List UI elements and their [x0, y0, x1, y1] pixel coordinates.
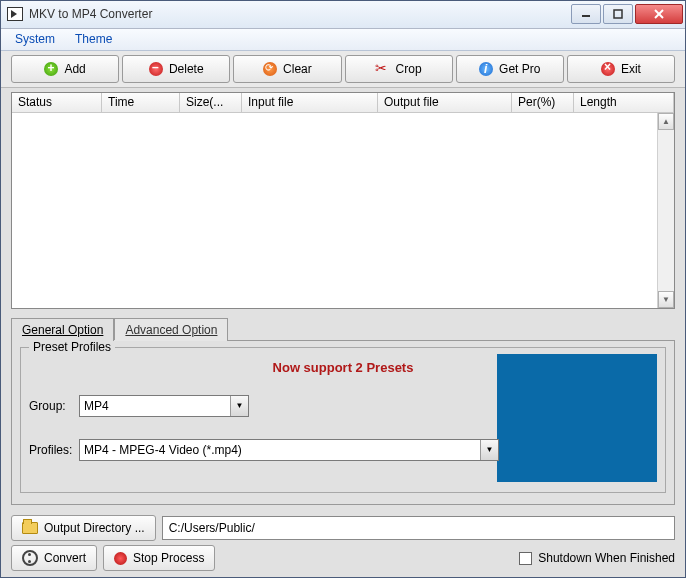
col-length[interactable]: Length	[574, 93, 674, 112]
scrollbar[interactable]: ▲ ▼	[657, 113, 674, 308]
crop-button[interactable]: Crop	[345, 55, 453, 83]
getpro-button[interactable]: Get Pro	[456, 55, 564, 83]
stop-label: Stop Process	[133, 551, 204, 565]
exit-label: Exit	[621, 62, 641, 76]
scroll-down[interactable]: ▼	[658, 291, 674, 308]
stop-icon	[114, 552, 127, 565]
titlebar[interactable]: MKV to MP4 Converter	[1, 1, 685, 29]
delete-label: Delete	[169, 62, 204, 76]
list-header: Status Time Size(... Input file Output f…	[12, 93, 674, 113]
crop-label: Crop	[396, 62, 422, 76]
plus-icon	[44, 62, 58, 76]
convert-button[interactable]: Convert	[11, 545, 97, 571]
svg-rect-1	[614, 10, 622, 18]
menu-system[interactable]: System	[5, 30, 65, 48]
output-path-input[interactable]: C:/Users/Public/	[162, 516, 675, 540]
col-size[interactable]: Size(...	[180, 93, 242, 112]
output-path-value: C:/Users/Public/	[169, 521, 255, 535]
profiles-select[interactable]: MP4 - MPEG-4 Video (*.mp4) ▼	[79, 439, 499, 461]
app-icon	[7, 7, 23, 21]
preview-pane	[497, 354, 657, 482]
group-value: MP4	[84, 399, 109, 413]
profiles-label: Profiles:	[29, 443, 79, 457]
col-output[interactable]: Output file	[378, 93, 512, 112]
minimize-button[interactable]	[571, 4, 601, 24]
delete-button[interactable]: Delete	[122, 55, 230, 83]
getpro-label: Get Pro	[499, 62, 540, 76]
convert-label: Convert	[44, 551, 86, 565]
tab-panel: Preset Profiles Now support 2 Presets Gr…	[11, 340, 675, 505]
folder-icon	[22, 522, 38, 534]
scroll-up[interactable]: ▲	[658, 113, 674, 130]
chevron-down-icon: ▼	[230, 396, 248, 416]
group-label: Group:	[29, 399, 79, 413]
col-per[interactable]: Per(%)	[512, 93, 574, 112]
preset-legend: Preset Profiles	[29, 340, 115, 354]
app-window: MKV to MP4 Converter System Theme Add De…	[0, 0, 686, 578]
col-status[interactable]: Status	[12, 93, 102, 112]
group-select[interactable]: MP4 ▼	[79, 395, 249, 417]
close-button[interactable]	[635, 4, 683, 24]
film-reel-icon	[22, 550, 38, 566]
stop-button[interactable]: Stop Process	[103, 545, 215, 571]
tab-general[interactable]: General Option	[11, 318, 114, 341]
menubar: System Theme	[1, 29, 685, 51]
col-time[interactable]: Time	[102, 93, 180, 112]
profiles-value: MP4 - MPEG-4 Video (*.mp4)	[84, 443, 242, 457]
footer: Convert Stop Process Shutdown When Finis…	[11, 545, 675, 571]
refresh-icon	[263, 62, 277, 76]
add-label: Add	[64, 62, 85, 76]
add-button[interactable]: Add	[11, 55, 119, 83]
file-list[interactable]: Status Time Size(... Input file Output f…	[11, 92, 675, 309]
shutdown-label: Shutdown When Finished	[538, 551, 675, 565]
output-directory-label: Output Directory ...	[44, 521, 145, 535]
option-tabs: General Option Advanced Option	[11, 317, 675, 340]
menu-theme[interactable]: Theme	[65, 30, 122, 48]
preset-profiles-group: Preset Profiles Now support 2 Presets Gr…	[20, 347, 666, 493]
clear-label: Clear	[283, 62, 312, 76]
output-bar: Output Directory ... C:/Users/Public/	[11, 511, 675, 545]
minus-icon	[149, 62, 163, 76]
col-input[interactable]: Input file	[242, 93, 378, 112]
scissors-icon	[376, 62, 390, 76]
chevron-down-icon: ▼	[480, 440, 498, 460]
clear-button[interactable]: Clear	[233, 55, 341, 83]
info-icon	[479, 62, 493, 76]
toolbar: Add Delete Clear Crop Get Pro Exit	[1, 51, 685, 88]
tab-advanced[interactable]: Advanced Option	[114, 318, 228, 341]
maximize-button[interactable]	[603, 4, 633, 24]
shutdown-checkbox[interactable]	[519, 552, 532, 565]
output-directory-button[interactable]: Output Directory ...	[11, 515, 156, 541]
exit-button[interactable]: Exit	[567, 55, 675, 83]
list-body[interactable]: ▲ ▼	[12, 113, 674, 308]
close-icon	[601, 62, 615, 76]
window-title: MKV to MP4 Converter	[29, 7, 569, 21]
